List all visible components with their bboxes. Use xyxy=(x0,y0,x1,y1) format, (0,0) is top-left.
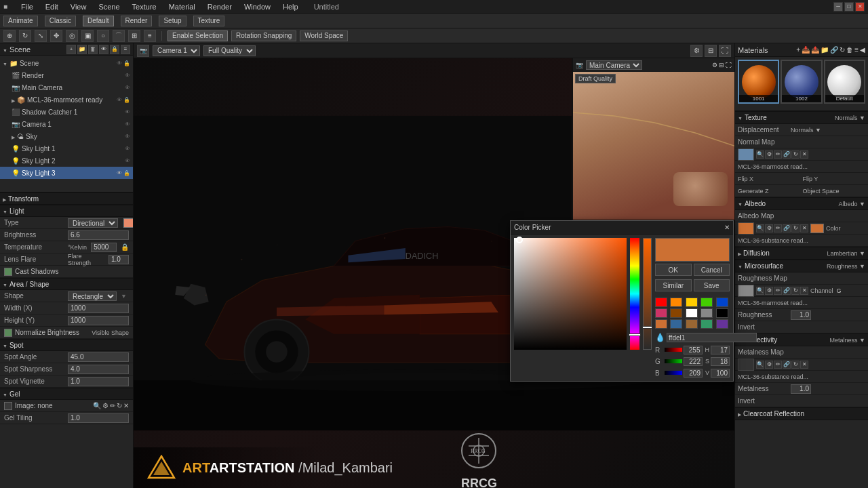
mat-collapse-icon[interactable]: ◀ xyxy=(860,46,865,54)
swatch-red[interactable] xyxy=(655,298,667,307)
vis-icon[interactable]: 👁 xyxy=(117,60,122,66)
roughness-edit-icon[interactable]: ✏ xyxy=(774,287,782,295)
mat-add-icon[interactable]: + xyxy=(796,46,800,54)
lock-icon[interactable]: 🔒 xyxy=(123,60,130,66)
rotate-icon[interactable]: ↻ xyxy=(19,30,31,42)
color-picker-cancel-button[interactable]: Cancel xyxy=(694,264,730,276)
temperature-value[interactable]: 5000 xyxy=(91,243,117,252)
normal-search-icon[interactable]: 🔍 xyxy=(756,150,764,159)
swatch-tan[interactable] xyxy=(686,319,698,329)
light-section[interactable]: Light xyxy=(0,205,133,217)
color-picker-save-button[interactable]: Save xyxy=(694,279,730,291)
animate-button[interactable]: Animate xyxy=(3,16,38,26)
microsurface-section-header[interactable]: Microsurface Roughness ▼ xyxy=(735,260,868,272)
metalness-edit-icon[interactable]: ✏ xyxy=(774,361,782,369)
swatch-black[interactable] xyxy=(716,308,728,318)
menu-texture[interactable]: Texture xyxy=(130,3,159,11)
vis-icon9[interactable]: 👁 xyxy=(125,158,130,164)
color-picker-header[interactable]: Color Picker ✕ xyxy=(511,221,733,235)
vis-icon8[interactable]: 👁 xyxy=(125,146,130,152)
scene-item-sky[interactable]: 🌤 Sky 👁 xyxy=(0,130,133,142)
spot-vignette-value[interactable]: 1.0 xyxy=(68,377,129,386)
clearcoat-section-header[interactable]: Clearcoat Reflection xyxy=(735,408,868,420)
scene-delete-icon[interactable]: 🗑 xyxy=(88,45,98,54)
vis-icon4[interactable]: 👁 xyxy=(117,97,122,103)
roughness-refresh-icon[interactable]: ↻ xyxy=(791,287,800,295)
swatch-yellow[interactable] xyxy=(686,298,698,307)
swatch-blue[interactable] xyxy=(716,298,728,307)
gel-refresh-icon[interactable]: ↻ xyxy=(117,402,122,409)
more-icon[interactable]: ≡ xyxy=(144,30,156,42)
metalness-delete-icon[interactable]: ✕ xyxy=(800,361,808,369)
camera-select[interactable]: Camera 1 xyxy=(153,45,200,56)
mat-export-icon[interactable]: 📤 xyxy=(811,46,819,54)
g-value[interactable]: 222 xyxy=(684,357,703,366)
scene-item-skylight3[interactable]: 💡 Sky Light 3 👁 🔒 xyxy=(0,167,133,179)
swatch-pink[interactable] xyxy=(655,308,667,318)
mat-thumb-1001[interactable]: 1001 xyxy=(738,60,779,104)
transform-icon[interactable]: ✥ xyxy=(50,30,62,42)
snap-icon[interactable]: ⊞ xyxy=(128,30,140,42)
albedo-edit-icon[interactable]: ✏ xyxy=(774,224,782,232)
mat-thumb-default[interactable]: Default xyxy=(824,60,865,104)
swatch-white[interactable] xyxy=(686,308,698,318)
normal-refresh-icon[interactable]: ↻ xyxy=(791,150,800,159)
eyedropper-icon[interactable]: 💧 xyxy=(655,333,665,342)
metalness-refresh-icon[interactable]: ↻ xyxy=(791,361,800,369)
scene-item-camera1[interactable]: 📷 Camera 1 👁 xyxy=(0,118,133,130)
gel-tiling-value[interactable]: 1.0 xyxy=(68,413,129,423)
roughness-link-icon[interactable]: 🔗 xyxy=(783,287,791,295)
scene-lock-icon[interactable]: 🔒 xyxy=(110,45,119,54)
v-value[interactable]: 100 xyxy=(711,369,730,378)
minimize-button[interactable]: ─ xyxy=(833,2,843,12)
vis-icon2[interactable]: 👁 xyxy=(125,73,130,79)
roughness-settings-icon[interactable]: ⚙ xyxy=(765,287,773,295)
normal-delete-icon[interactable]: ✕ xyxy=(800,150,808,159)
secondary-fullscreen-icon[interactable]: ⛶ xyxy=(726,62,732,68)
metalness-map-thumb[interactable] xyxy=(738,359,754,371)
swatch-accent[interactable] xyxy=(655,319,667,329)
shape-select[interactable]: Rectangle Disk Sphere xyxy=(68,291,117,301)
close-button[interactable]: ✕ xyxy=(855,2,865,12)
viewport-fullscreen-icon[interactable]: ⛶ xyxy=(719,45,731,57)
spot-sharpness-value[interactable]: 4.0 xyxy=(68,365,129,374)
scene-more-icon[interactable]: ≡ xyxy=(121,45,130,54)
classic-button[interactable]: Classic xyxy=(45,16,76,26)
light-type-select[interactable]: Directional Point Spot xyxy=(68,218,118,228)
hex-input[interactable] xyxy=(667,333,757,342)
menu-view[interactable]: View xyxy=(68,3,89,11)
area-shape-section[interactable]: Area / Shape xyxy=(0,278,133,290)
s-value[interactable]: 18 xyxy=(711,357,730,366)
scene-item-skylight2[interactable]: 💡 Sky Light 2 👁 xyxy=(0,155,133,167)
swatch-purple[interactable] xyxy=(716,319,728,329)
swatch-green[interactable] xyxy=(701,298,713,307)
normal-settings-icon[interactable]: ⚙ xyxy=(765,150,773,159)
diffusion-section-header[interactable]: Diffusion Lambertian ▼ xyxy=(735,247,868,260)
roughness-search-icon[interactable]: 🔍 xyxy=(756,287,764,295)
mat-link-icon[interactable]: 🔗 xyxy=(830,46,838,54)
menu-help[interactable]: Help xyxy=(281,3,300,11)
brightness-value[interactable]: 6.6 xyxy=(68,230,129,240)
vis-icon5[interactable]: 👁 xyxy=(125,109,130,115)
scene-eye-icon[interactable]: 👁 xyxy=(99,45,108,54)
vis-icon7[interactable]: 👁 xyxy=(125,134,130,140)
gel-edit-icon[interactable]: ✏ xyxy=(110,402,115,409)
scene-item-mcl[interactable]: 📦 MCL-36-marmoset ready 👁 🔒 xyxy=(0,94,133,106)
normal-link-icon[interactable]: 🔗 xyxy=(783,150,791,159)
secondary-split-icon[interactable]: ⊟ xyxy=(719,62,724,68)
width-value[interactable]: 1000 xyxy=(68,304,129,313)
swatch-steel[interactable] xyxy=(670,319,682,329)
lock-icon3[interactable]: 🔒 xyxy=(123,170,130,176)
flare-strength-value[interactable]: 1.0 xyxy=(108,255,129,264)
metalness-settings-icon[interactable]: ⚙ xyxy=(765,361,773,369)
texture-section-header[interactable]: Texture Normals ▼ xyxy=(735,112,868,124)
scene-add-icon[interactable]: + xyxy=(66,45,76,54)
world-space-button[interactable]: World Space xyxy=(300,30,348,41)
vis-icon10[interactable]: 👁 xyxy=(117,170,122,176)
color-gradient[interactable] xyxy=(514,238,627,350)
default-button[interactable]: Default xyxy=(83,16,114,26)
menu-material[interactable]: Material xyxy=(167,3,197,11)
lock-icon2[interactable]: 🔒 xyxy=(123,97,130,103)
r-slider[interactable] xyxy=(665,348,682,352)
normalize-checkbox[interactable] xyxy=(4,329,12,337)
